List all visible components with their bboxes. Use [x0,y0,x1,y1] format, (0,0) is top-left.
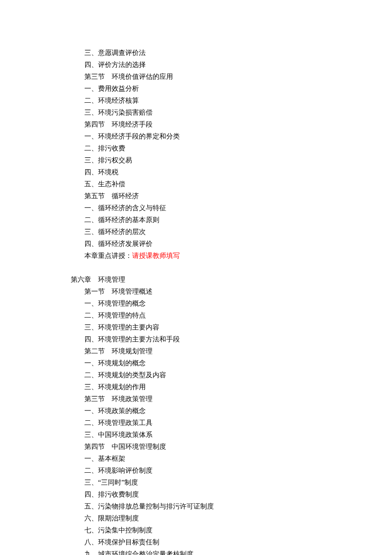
section-title: 第四节 环境经济手段 [84,119,392,130]
outline-item: 三、中国环境政策体系 [84,429,392,441]
outline-item: 二、环境规划的类型及内容 [84,369,392,381]
chapter6-indent: 第一节 环境管理概述 一、环境管理的概念 二、环境管理的特点 三、环境管理的主要… [71,286,392,555]
outline-item: 六、限期治理制度 [84,512,392,524]
chapter-6: 第六章 环境管理 第一节 环境管理概述 一、环境管理的概念 二、环境管理的特点 … [71,274,392,555]
emphasis-prefix: 本章重点讲授： [84,252,132,259]
section-title: 第一节 环境管理概述 [84,286,392,298]
outline-item: 一、费用效益分析 [84,83,392,95]
outline-item: 二、环境管理政策工具 [84,417,392,429]
outline-item: 四、评价方法的选择 [84,59,392,71]
outline-item: 三、意愿调查评价法 [84,47,392,59]
outline-item: 三、“三同时”制度 [84,477,392,489]
outline-item: 四、环境税 [84,166,392,178]
outline-item: 二、环境影响评价制度 [84,465,392,477]
outline-item: 三、环境污染损害赔偿 [84,107,392,119]
outline-item: 二、循环经济的基本原则 [84,214,392,226]
outline-item: 二、环境经济核算 [84,95,392,107]
document-content: 三、意愿调查评价法 四、评价方法的选择 第三节 环境价值评估的应用 一、费用效益… [0,47,392,555]
outline-item: 八、环境保护目标责任制 [84,536,392,548]
section-title: 第三节 环境价值评估的应用 [84,71,392,83]
section-title: 第三节 环境政策管理 [84,393,392,405]
outline-item: 五、污染物排放总量控制与排污许可证制度 [84,500,392,512]
outline-item: 一、环境管理的概念 [84,298,392,309]
outline-item: 三、循环经济的层次 [84,226,392,238]
outline-item: 一、环境经济手段的界定和分类 [84,130,392,142]
section-title: 第四节 中国环境管理制度 [84,441,392,453]
emphasis-red-text: 请授课教师填写 [132,252,180,259]
outline-item: 一、循环经济的含义与特征 [84,202,392,214]
outline-item: 一、基本框架 [84,453,392,465]
outline-item: 九、城市环境综合整治定量考核制度 [84,548,392,555]
section-title: 第五节 循环经济 [84,190,392,202]
outline-item: 四、排污收费制度 [84,489,392,500]
outline-item: 三、排污权交易 [84,154,392,166]
outline-item: 三、环境规划的作用 [84,381,392,393]
outline-item: 五、生态补偿 [84,178,392,190]
outline-item: 四、循环经济发展评价 [84,238,392,250]
emphasis-line: 本章重点讲授：请授课教师填写 [84,250,392,262]
outline-item: 二、排污收费 [84,142,392,154]
outline-item: 三、环境管理的主要内容 [84,321,392,333]
block1-indent: 三、意愿调查评价法 四、评价方法的选择 第三节 环境价值评估的应用 一、费用效益… [71,47,392,262]
chapter-title: 第六章 环境管理 [71,274,392,286]
outline-item: 七、污染集中控制制度 [84,524,392,536]
outline-item: 一、环境政策的概念 [84,405,392,417]
section-title: 第二节 环境规划管理 [84,345,392,357]
outline-item: 一、环境规划的概念 [84,357,392,369]
outline-item: 四、环境管理的主要方法和手段 [84,333,392,345]
outline-item: 二、环境管理的特点 [84,309,392,321]
